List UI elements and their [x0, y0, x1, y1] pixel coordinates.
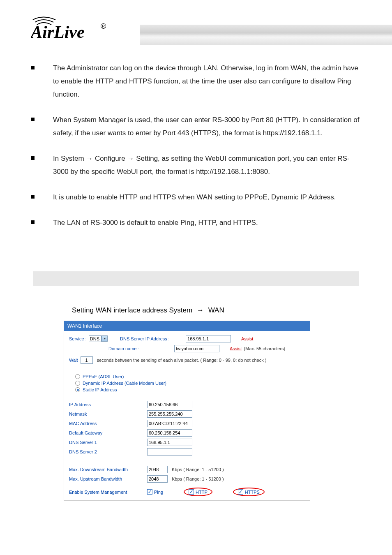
mac-address-input[interactable] — [147, 420, 192, 427]
bullet-text: The LAN of RS-3000 is default to enable … — [53, 216, 258, 229]
radio-label: Static IP Address — [83, 387, 117, 392]
max-downstream-row: Max. Downstream Bandwidth Kbps ( Range: … — [69, 466, 305, 473]
dns-ip-label: DNS Server IP Address : — [120, 336, 186, 341]
bullet-marker — [31, 156, 35, 160]
checkbox-icon — [147, 489, 152, 495]
service-label: Service : — [69, 336, 87, 341]
netmask-input[interactable] — [147, 410, 192, 418]
bullet-text: The Administrator can log on the device … — [53, 62, 361, 101]
checkbox-label: HTTPS — [245, 490, 260, 495]
http-checkbox[interactable]: HTTP — [189, 489, 208, 495]
bullet-marker — [31, 220, 35, 224]
field-label: Netmask — [69, 412, 147, 416]
dns-server-1-input[interactable] — [147, 439, 192, 446]
checkbox-label: Ping — [154, 490, 163, 495]
bullet-marker — [31, 66, 35, 69]
instruction-text: Setting WAN interface address System → W… — [72, 306, 224, 314]
netmask-row: Netmask — [69, 410, 305, 418]
annotation-circle: HTTP — [184, 488, 212, 496]
field-label: Max. Upstream Bandwidth — [69, 476, 147, 481]
domain-name-input[interactable] — [174, 345, 219, 352]
https-checkbox[interactable]: HTTPS — [238, 489, 260, 495]
instruction-suffix: WAN — [208, 306, 224, 314]
bullet-text: In System → Configure → Setting, as sett… — [53, 152, 361, 178]
assist-link-1[interactable]: Assist — [241, 336, 253, 341]
field-label: Default Gateway — [69, 430, 147, 435]
bullet-text: It is unable to enable HTTP and HTTPS wh… — [53, 191, 336, 204]
wan-panel-title: WAN1 Interface — [64, 321, 310, 331]
bandwidth-hint: Kbps ( Range: 1 - 51200 ) — [172, 476, 224, 481]
radio-label: PPPoE (ADSL User) — [83, 374, 124, 379]
mac-address-row: MAC Address — [69, 420, 305, 427]
radio-icon — [75, 381, 80, 386]
bullet-text: When System Manager is used, the user ca… — [53, 113, 361, 140]
field-label: MAC Address — [69, 421, 147, 426]
dns-server-2-row: DNS Server 2 — [69, 448, 305, 456]
max-upstream-row: Max. Upstream Bandwidth Kbps ( Range: 1 … — [69, 475, 305, 483]
wait-label: Wait — [69, 358, 78, 363]
radio-dynamic-ip[interactable]: Dynamic IP Address (Cable Modem User) — [75, 381, 305, 386]
annotation-circle: HTTPS — [233, 488, 265, 496]
radio-static-ip[interactable]: Static IP Address — [75, 387, 305, 392]
document-body: The Administrator can log on the device … — [31, 62, 361, 242]
max-upstream-input[interactable] — [147, 475, 168, 483]
dns-server-ip-input[interactable] — [186, 335, 231, 342]
bullet-marker — [31, 118, 35, 121]
radio-icon — [75, 387, 80, 392]
arrow-right-icon: → — [197, 306, 204, 314]
wait-seconds-input[interactable] — [81, 356, 93, 364]
section-divider — [33, 271, 359, 286]
ip-address-row: IP Address — [69, 401, 305, 408]
field-label: Max. Downstream Bandwidth — [69, 467, 147, 472]
wait-hint: seconds between the sending of each aliv… — [97, 358, 267, 363]
assist-link-2[interactable]: Assist — [230, 346, 242, 351]
checkbox-icon — [189, 489, 194, 495]
max-downstream-input[interactable] — [147, 466, 168, 473]
checkbox-label: HTTP — [196, 490, 208, 495]
field-label: DNS Server 1 — [69, 440, 147, 445]
ip-address-input[interactable] — [147, 401, 192, 408]
header-banner — [140, 25, 392, 45]
brand-logo: AirLive ® — [31, 12, 109, 43]
field-label: IP Address — [69, 402, 147, 407]
bullet-item: The Administrator can log on the device … — [31, 62, 361, 101]
dns-server-1-row: DNS Server 1 — [69, 439, 305, 446]
bandwidth-hint: Kbps ( Range: 1 - 51200 ) — [172, 467, 224, 472]
instruction-prefix: Setting WAN interface address System — [72, 306, 194, 314]
wan-interface-panel: WAN1 Interface Service : DNS ▾ DNS Serve… — [64, 321, 310, 501]
bullet-item: It is unable to enable HTTP and HTTPS wh… — [31, 191, 361, 204]
default-gateway-input[interactable] — [147, 429, 192, 437]
domain-name-label: Domain name : — [108, 346, 174, 351]
bullet-marker — [31, 195, 35, 199]
bullet-item: In System → Configure → Setting, as sett… — [31, 152, 361, 178]
bullet-item: The LAN of RS-3000 is default to enable … — [31, 216, 361, 229]
svg-text:AirLive: AirLive — [31, 23, 85, 41]
mgmt-label: Enable System Management — [69, 490, 147, 495]
service-select[interactable]: DNS — [89, 335, 101, 342]
enable-system-management-row: Enable System Management Ping HTTP HTTPS — [69, 488, 305, 496]
bullet-item: When System Manager is used, the user ca… — [31, 113, 361, 140]
field-label: DNS Server 2 — [69, 449, 147, 454]
ping-checkbox[interactable]: Ping — [147, 489, 163, 495]
domain-hint: (Max. 55 characters) — [244, 346, 285, 351]
default-gateway-row: Default Gateway — [69, 429, 305, 437]
dns-server-2-input[interactable] — [147, 448, 192, 456]
svg-text:®: ® — [101, 22, 106, 30]
chevron-down-icon[interactable]: ▾ — [101, 335, 108, 342]
radio-icon — [75, 374, 80, 379]
checkbox-icon — [238, 489, 243, 495]
radio-pppoe[interactable]: PPPoE (ADSL User) — [75, 374, 305, 379]
radio-label: Dynamic IP Address (Cable Modem User) — [83, 381, 166, 386]
